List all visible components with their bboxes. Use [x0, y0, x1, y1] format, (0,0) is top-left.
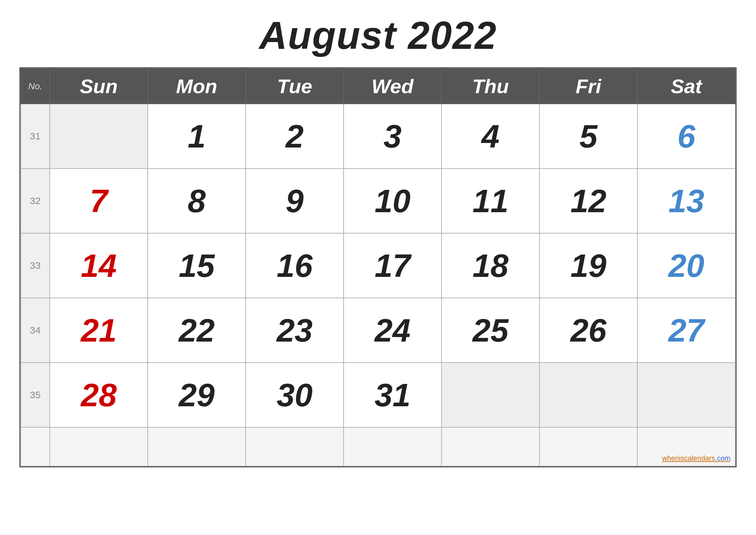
- day-cell: 11: [442, 169, 539, 233]
- watermark[interactable]: wheniscalendars.com: [662, 454, 730, 463]
- day-cell: 19: [539, 233, 637, 298]
- week-number: 35: [21, 363, 50, 427]
- week-number: 34: [21, 298, 50, 363]
- day-cell: 8: [148, 169, 246, 233]
- day-cell: [50, 104, 148, 169]
- day-cell: 22: [148, 298, 246, 363]
- day-cell: 13: [637, 169, 735, 233]
- footer-row: wheniscalendars.com: [21, 427, 735, 466]
- day-cell: 29: [148, 363, 246, 427]
- day-cell: [637, 363, 735, 427]
- day-cell: 21: [50, 298, 148, 363]
- day-cell: 4: [442, 104, 539, 169]
- day-cell: 17: [343, 233, 442, 298]
- week-row: 3314151617181920: [21, 233, 735, 298]
- day-cell: 14: [50, 233, 148, 298]
- day-cell: 2: [246, 104, 343, 169]
- day-cell: 18: [442, 233, 539, 298]
- day-cell: 28: [50, 363, 148, 427]
- week-number: 33: [21, 233, 50, 298]
- day-cell: 16: [246, 233, 343, 298]
- page-title: August 2022: [259, 13, 497, 58]
- footer-cell: [343, 427, 442, 466]
- header-mon: Mon: [148, 69, 246, 104]
- day-cell: 3: [343, 104, 442, 169]
- calendar: No. Sun Mon Tue Wed Thu Fri Sat 31123456…: [19, 67, 737, 467]
- header-sun: Sun: [50, 69, 148, 104]
- day-cell: 1: [148, 104, 246, 169]
- week-row: 3528293031: [21, 363, 735, 427]
- day-cell: 10: [343, 169, 442, 233]
- footer-cell: [21, 427, 50, 466]
- week-number: 31: [21, 104, 50, 169]
- day-cell: 6: [637, 104, 735, 169]
- header-tue: Tue: [246, 69, 343, 104]
- day-cell: 27: [637, 298, 735, 363]
- header-row: No. Sun Mon Tue Wed Thu Fri Sat: [21, 69, 735, 104]
- day-cell: 23: [246, 298, 343, 363]
- header-wed: Wed: [343, 69, 442, 104]
- footer-cell: [50, 427, 148, 466]
- day-cell: [442, 363, 539, 427]
- day-cell: 30: [246, 363, 343, 427]
- day-cell: 31: [343, 363, 442, 427]
- week-row: 3421222324252627: [21, 298, 735, 363]
- week-row: 31123456: [21, 104, 735, 169]
- week-number: 32: [21, 169, 50, 233]
- header-thu: Thu: [442, 69, 539, 104]
- footer-cell: [539, 427, 637, 466]
- day-cell: 20: [637, 233, 735, 298]
- day-cell: 9: [246, 169, 343, 233]
- day-cell: 15: [148, 233, 246, 298]
- footer-cell: wheniscalendars.com: [637, 427, 735, 466]
- day-cell: 24: [343, 298, 442, 363]
- footer-cell: [246, 427, 343, 466]
- header-sat: Sat: [637, 69, 735, 104]
- footer-cell: [148, 427, 246, 466]
- day-cell: 25: [442, 298, 539, 363]
- day-cell: 7: [50, 169, 148, 233]
- week-row: 3278910111213: [21, 169, 735, 233]
- footer-cell: [442, 427, 539, 466]
- header-fri: Fri: [539, 69, 637, 104]
- header-no: No.: [21, 69, 50, 104]
- day-cell: 5: [539, 104, 637, 169]
- day-cell: 12: [539, 169, 637, 233]
- day-cell: 26: [539, 298, 637, 363]
- day-cell: [539, 363, 637, 427]
